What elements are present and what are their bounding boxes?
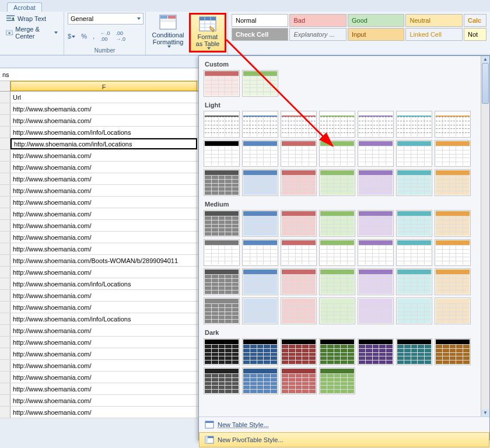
- cell[interactable]: http://www.shoemania.com/: [10, 232, 197, 243]
- row-header[interactable]: [0, 162, 10, 173]
- table-style-thumb[interactable]: [358, 210, 394, 237]
- cell[interactable]: http://www.shoemania.com/: [10, 372, 197, 383]
- cell[interactable]: http://www.shoemania.com/: [10, 220, 197, 231]
- table-style-thumb[interactable]: [204, 338, 240, 365]
- row-header[interactable]: [0, 372, 10, 383]
- cell[interactable]: http://www.shoemania.com/: [10, 243, 197, 254]
- cell[interactable]: http://www.shoemania.com/: [10, 185, 197, 196]
- table-style-thumb[interactable]: [204, 239, 240, 266]
- table-style-thumb[interactable]: [396, 210, 432, 237]
- table-style-thumb[interactable]: [435, 111, 471, 138]
- percent-button[interactable]: %: [81, 33, 87, 40]
- table-style-thumb[interactable]: [204, 368, 240, 394]
- new-table-style-menuitem[interactable]: New Table Style...: [199, 417, 489, 432]
- cell[interactable]: http://www.shoemania.com/info/Locations: [10, 138, 197, 149]
- cell[interactable]: http://www.shoemania.com/Boots-WOMAN/b/2…: [10, 255, 197, 266]
- wrap-text-button[interactable]: Wrap Text: [4, 13, 60, 24]
- cell[interactable]: http://www.shoemania.com/: [10, 103, 197, 114]
- conditional-formatting-button[interactable]: Conditional Formatting: [147, 13, 189, 52]
- table-style-thumb[interactable]: [242, 268, 278, 295]
- table-style-thumb[interactable]: [396, 268, 432, 295]
- table-style-thumb[interactable]: [358, 111, 394, 138]
- table-style-thumb[interactable]: [396, 298, 432, 324]
- cell[interactable]: http://www.shoemania.com/: [10, 383, 197, 394]
- style-note[interactable]: Not: [464, 28, 487, 41]
- row-header[interactable]: [0, 103, 10, 114]
- cell[interactable]: http://www.shoemania.com/: [10, 290, 197, 301]
- row-header[interactable]: [0, 185, 10, 196]
- acrobat-tab[interactable]: Acrobat: [7, 2, 42, 12]
- table-style-thumb[interactable]: [242, 239, 278, 266]
- row-header[interactable]: [0, 360, 10, 371]
- style-input[interactable]: Input: [348, 28, 404, 41]
- table-style-thumb[interactable]: [242, 169, 278, 196]
- row-header[interactable]: [0, 278, 10, 289]
- style-normal[interactable]: Normal: [232, 14, 288, 27]
- row-header[interactable]: [0, 197, 10, 208]
- row-header[interactable]: [0, 127, 10, 138]
- table-style-thumb[interactable]: [204, 298, 240, 324]
- cell[interactable]: http://www.shoemania.com/: [10, 162, 197, 173]
- table-style-thumb[interactable]: [358, 169, 394, 196]
- table-style-thumb[interactable]: [396, 239, 432, 266]
- cell[interactable]: http://www.shoemania.com/: [10, 348, 197, 359]
- table-style-thumb[interactable]: [358, 338, 394, 365]
- table-style-thumb[interactable]: [242, 368, 278, 394]
- row-header[interactable]: [0, 383, 10, 394]
- select-all-corner[interactable]: [0, 81, 10, 91]
- table-style-thumb[interactable]: [242, 338, 278, 365]
- cell[interactable]: http://www.shoemania.com/info/Locations: [10, 313, 197, 324]
- row-header[interactable]: [0, 232, 10, 243]
- table-style-thumb[interactable]: [281, 298, 317, 324]
- row-header[interactable]: [0, 267, 10, 278]
- cell[interactable]: http://www.shoemania.com/: [10, 267, 197, 278]
- table-style-thumb[interactable]: [435, 298, 471, 324]
- row-header[interactable]: [0, 290, 10, 301]
- table-style-thumb[interactable]: [319, 368, 355, 394]
- row-header[interactable]: [0, 313, 10, 324]
- table-style-thumb[interactable]: [358, 298, 394, 324]
- table-style-thumb[interactable]: [281, 169, 317, 196]
- gallery-scrollbar[interactable]: ▲ ▼: [481, 56, 489, 416]
- cell[interactable]: http://www.shoemania.com/: [10, 115, 197, 126]
- cell[interactable]: http://www.shoemania.com/: [10, 325, 197, 336]
- table-style-thumb[interactable]: [281, 368, 317, 394]
- cell[interactable]: http://www.shoemania.com/: [10, 360, 197, 371]
- row-header[interactable]: [0, 243, 10, 254]
- row-header[interactable]: [0, 395, 10, 406]
- row-header[interactable]: [0, 337, 10, 348]
- table-style-thumb[interactable]: [358, 268, 394, 295]
- style-link[interactable]: Linked Cell: [405, 28, 462, 41]
- table-style-thumb[interactable]: [319, 239, 355, 266]
- decrease-decimal-button[interactable]: .00→.0: [116, 30, 125, 42]
- row-header[interactable]: [0, 255, 10, 266]
- row-header[interactable]: [0, 325, 10, 336]
- style-good[interactable]: Good: [348, 14, 404, 27]
- cell[interactable]: http://www.shoemania.com/: [10, 173, 197, 184]
- table-style-thumb[interactable]: [396, 111, 432, 138]
- cell[interactable]: http://www.shoemania.com/info/Locations: [10, 278, 197, 289]
- table-style-thumb[interactable]: [281, 239, 317, 266]
- table-style-thumb[interactable]: [319, 338, 355, 365]
- currency-button[interactable]: $: [68, 33, 75, 40]
- table-style-thumb[interactable]: [435, 338, 471, 365]
- number-format-combo[interactable]: General: [68, 13, 144, 24]
- row-header[interactable]: [0, 150, 10, 161]
- table-style-thumb[interactable]: [204, 169, 240, 196]
- cell[interactable]: Url: [10, 92, 197, 103]
- cell[interactable]: http://www.shoemania.com/: [10, 302, 197, 313]
- row-header[interactable]: [0, 348, 10, 359]
- table-style-thumb[interactable]: [435, 169, 471, 196]
- comma-button[interactable]: ,: [93, 33, 94, 40]
- table-style-thumb[interactable]: [435, 140, 471, 167]
- table-style-thumb[interactable]: [396, 338, 432, 365]
- row-header[interactable]: [0, 302, 10, 313]
- style-bad[interactable]: Bad: [289, 14, 346, 27]
- cell[interactable]: http://www.shoemania.com/: [10, 208, 197, 219]
- cell[interactable]: http://www.shoemania.com/info/Locations: [10, 127, 197, 138]
- merge-center-button[interactable]: Merge & Center: [4, 24, 60, 41]
- row-header[interactable]: [0, 173, 10, 184]
- cell[interactable]: http://www.shoemania.com/: [10, 337, 197, 348]
- row-header[interactable]: [0, 115, 10, 126]
- table-style-thumb[interactable]: [358, 239, 394, 266]
